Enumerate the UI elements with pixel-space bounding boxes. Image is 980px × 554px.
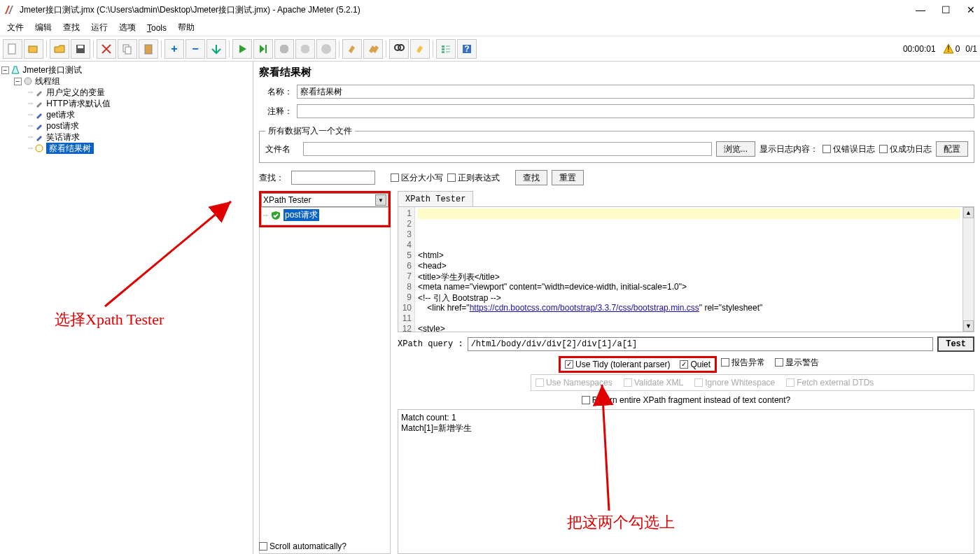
tree-item[interactable]: 用户定义的变量 bbox=[46, 87, 105, 98]
code-body[interactable]: <html> <head> <title>学生列表</title> <meta … bbox=[415, 207, 962, 332]
search-tool-button[interactable] bbox=[389, 39, 409, 59]
menu-search[interactable]: 查找 bbox=[63, 22, 80, 34]
line-gutter: 123456789101112 bbox=[398, 207, 415, 332]
scroll-auto-checkbox[interactable]: Scroll automatically? bbox=[259, 541, 346, 551]
result-item[interactable]: ┈ post请求 bbox=[263, 209, 386, 221]
app-icon bbox=[4, 4, 15, 15]
match-results: Match count: 1 Match[1]=新增学生 bbox=[398, 409, 974, 554]
clearall-button[interactable] bbox=[363, 39, 383, 59]
wrench-icon bbox=[34, 99, 44, 108]
toolbar: + − ? 00:00:01 ! 0 0/1 bbox=[0, 36, 980, 62]
comment-input[interactable] bbox=[297, 104, 974, 118]
gauge-icon bbox=[34, 143, 44, 153]
window-title: Jmeter接口测试.jmx (C:\Users\admin\Desktop\J… bbox=[20, 4, 916, 16]
toggle-button[interactable] bbox=[206, 39, 226, 59]
templates-button[interactable] bbox=[24, 39, 43, 59]
name-label: 名称： bbox=[259, 86, 293, 98]
menu-edit[interactable]: 编辑 bbox=[35, 22, 52, 34]
search-label: 查找： bbox=[259, 172, 287, 184]
elapsed-time: 00:00:01 bbox=[903, 44, 936, 54]
function-helper-button[interactable] bbox=[436, 39, 456, 59]
pipette-icon bbox=[34, 110, 44, 120]
xpath-query-input[interactable] bbox=[468, 337, 934, 351]
collapse-button[interactable]: − bbox=[186, 39, 205, 59]
test-plan-tree[interactable]: − Jmeter接口测试 − 线程组 ┈ 用户定义的变量 ┈ HTTP请求默认值… bbox=[0, 62, 253, 554]
start-button[interactable] bbox=[232, 39, 252, 59]
svg-rect-12 bbox=[442, 48, 444, 50]
renderer-combo[interactable]: XPath Tester▼ bbox=[261, 193, 388, 207]
tree-toggle[interactable]: − bbox=[14, 78, 22, 85]
menu-file[interactable]: 文件 bbox=[7, 22, 24, 34]
response-code[interactable]: 123456789101112 <html> <head> <title>学生列… bbox=[398, 206, 974, 332]
menu-tools[interactable]: Tools bbox=[147, 23, 167, 33]
panel-title: 察看结果树 bbox=[259, 66, 974, 79]
clear-button[interactable] bbox=[342, 39, 362, 59]
stop-all-button[interactable] bbox=[316, 39, 336, 59]
help-button[interactable]: ? bbox=[457, 39, 477, 59]
window-titlebar: Jmeter接口测试.jmx (C:\Users\admin\Desktop\J… bbox=[0, 0, 980, 20]
config-button[interactable]: 配置 bbox=[936, 141, 968, 157]
maximize-button[interactable]: ☐ bbox=[941, 5, 951, 15]
menu-options[interactable]: 选项 bbox=[119, 22, 136, 34]
file-legend: 所有数据写入一个文件 bbox=[265, 125, 355, 137]
browse-button[interactable]: 浏览... bbox=[716, 141, 755, 157]
search-input[interactable] bbox=[291, 171, 375, 185]
tree-root[interactable]: Jmeter接口测试 bbox=[22, 64, 82, 76]
name-input[interactable] bbox=[297, 85, 974, 99]
chevron-down-icon: ▼ bbox=[375, 194, 386, 206]
start-no-pause-button[interactable] bbox=[253, 39, 273, 59]
file-input[interactable] bbox=[303, 142, 712, 156]
close-button[interactable]: ✕ bbox=[966, 5, 976, 15]
show-warn-checkbox[interactable]: 显示警告 bbox=[775, 357, 819, 369]
use-tidy-checkbox[interactable]: ✓Use Tidy (tolerant parser) bbox=[565, 360, 670, 369]
stop-button[interactable] bbox=[274, 39, 294, 59]
shutdown-button[interactable] bbox=[295, 39, 315, 59]
wrench-icon bbox=[34, 87, 44, 97]
only-error-checkbox[interactable]: 仅错误日志 bbox=[822, 143, 875, 155]
expand-button[interactable]: + bbox=[164, 39, 184, 59]
result-list-body[interactable] bbox=[259, 227, 391, 554]
menu-run[interactable]: 运行 bbox=[91, 22, 108, 34]
svg-point-17 bbox=[24, 78, 31, 85]
svg-rect-3 bbox=[78, 45, 83, 48]
tree-item-selected[interactable]: 察看结果树 bbox=[46, 143, 94, 154]
open-button[interactable] bbox=[50, 39, 69, 59]
annotation-text-1: 选择Xpath Tester bbox=[55, 309, 164, 330]
tree-item[interactable]: HTTP请求默认值 bbox=[46, 98, 110, 109]
tree-item[interactable]: 笑话请求 bbox=[46, 132, 80, 143]
results-panel: 察看结果树 名称： 注释： 所有数据写入一个文件 文件名 浏览... 显示日志内… bbox=[253, 62, 980, 554]
tab-xpath-tester[interactable]: XPath Tester bbox=[398, 191, 473, 206]
reset-button[interactable]: 重置 bbox=[552, 170, 584, 185]
tree-item[interactable]: get请求 bbox=[46, 109, 75, 120]
only-success-checkbox[interactable]: 仅成功日志 bbox=[879, 143, 932, 155]
comment-label: 注释： bbox=[259, 106, 293, 118]
disabled-options: Use Namespaces Validate XML Ignore White… bbox=[531, 374, 974, 391]
menu-help[interactable]: 帮助 bbox=[178, 22, 195, 34]
svg-rect-5 bbox=[125, 47, 131, 54]
menubar: 文件 编辑 查找 运行 选项 Tools 帮助 bbox=[0, 20, 980, 36]
pipette-icon bbox=[34, 121, 44, 131]
search-button[interactable]: 查找 bbox=[515, 170, 547, 185]
test-button[interactable]: Test bbox=[937, 336, 974, 352]
flask-icon bbox=[10, 65, 20, 75]
display-log-label: 显示日志内容： bbox=[760, 143, 818, 155]
case-sensitive-checkbox[interactable]: 区分大小写 bbox=[391, 172, 443, 184]
tree-thread-group[interactable]: 线程组 bbox=[35, 76, 60, 87]
tree-toggle[interactable]: − bbox=[1, 66, 9, 74]
tree-item[interactable]: post请求 bbox=[46, 120, 79, 132]
quiet-checkbox[interactable]: ✓Quiet bbox=[680, 360, 710, 369]
spool-icon bbox=[23, 76, 33, 86]
copy-button[interactable] bbox=[118, 39, 137, 59]
regex-checkbox[interactable]: 正则表达式 bbox=[447, 172, 500, 184]
scrollbar-vertical[interactable]: ▲▼ bbox=[962, 207, 974, 332]
paste-button[interactable] bbox=[139, 39, 158, 59]
save-button[interactable] bbox=[71, 39, 90, 59]
thread-count: 0/1 bbox=[965, 44, 977, 54]
report-error-checkbox[interactable]: 报告异常 bbox=[721, 357, 765, 369]
minimize-button[interactable]: — bbox=[916, 5, 925, 15]
link-in-code[interactable]: https://cdn.bootcss.com/bootstrap/3.3.7/… bbox=[470, 303, 699, 313]
return-fragment-checkbox[interactable]: Return entire XPath fragment instead of … bbox=[582, 395, 791, 405]
cut-button[interactable] bbox=[97, 39, 116, 59]
new-button[interactable] bbox=[3, 39, 22, 59]
reset-search-button[interactable] bbox=[410, 39, 430, 59]
